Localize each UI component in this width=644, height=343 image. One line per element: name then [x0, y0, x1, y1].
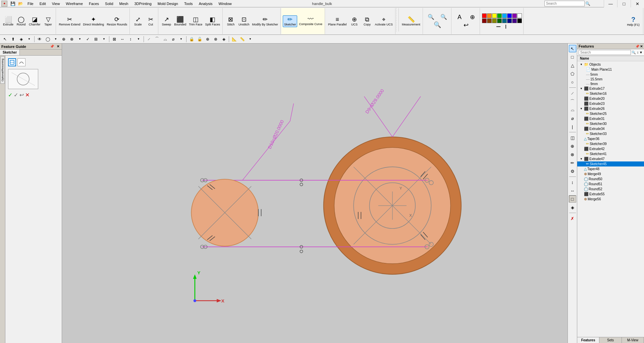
copy-button[interactable]: ⧉ Copy — [361, 16, 373, 27]
tb2-select-btn[interactable]: ↖ — [1, 36, 9, 43]
tb2-more2-btn[interactable]: ⌒ — [153, 36, 161, 43]
rt-horizontal-btn[interactable]: ↔ — [569, 187, 576, 194]
tb2-dropdown4-btn[interactable]: ▼ — [100, 36, 108, 43]
curve-mode-icon[interactable] — [17, 58, 25, 66]
tree-item-extrude31[interactable]: ⬛ Extrude31 — [577, 116, 644, 121]
tb2-lock-btn[interactable]: 🔒 — [188, 36, 195, 43]
plane-parallel-button[interactable]: ≡ Plane Parallel — [327, 16, 348, 27]
help-button[interactable]: ? Help (F1) — [625, 15, 642, 27]
tree-item-sketcher25[interactable]: ✏ Sketcher25 — [577, 111, 644, 116]
menu-file[interactable]: File — [25, 1, 36, 6]
rt-delete-btn[interactable]: ✗ — [569, 215, 576, 222]
rt-divider-btn[interactable]: | — [569, 123, 576, 130]
ucs-button[interactable]: ⊕ UCS — [348, 16, 361, 27]
tree-item-taper36[interactable]: △ Taper36 — [577, 136, 644, 141]
resize-rounds-button[interactable]: ⟳ Resize Rounds — [106, 16, 128, 27]
sketch-mode-icon[interactable] — [8, 58, 16, 66]
tree-item-extrude47[interactable]: ▼ ⬛ Extrude47 — [577, 156, 644, 161]
tb2-more7-btn[interactable]: ◈ — [220, 36, 227, 43]
scale-button[interactable]: ⤢ Scale — [132, 16, 144, 27]
rt-trim-btn[interactable]: ◫ — [569, 134, 576, 141]
resume-button[interactable]: ↩ — [19, 92, 24, 98]
tb2-eye-btn[interactable]: 👁 — [36, 36, 43, 43]
menu-mesh[interactable]: Mesh — [117, 1, 131, 6]
color-swatch-white[interactable] — [517, 13, 522, 18]
extrude17-expand-icon[interactable]: ▼ — [580, 87, 583, 90]
rt-box-btn[interactable]: □ — [569, 195, 576, 203]
close-button[interactable]: ✕ — [631, 0, 644, 7]
tb2-more4-btn[interactable]: ⌀ — [169, 36, 177, 43]
tb2-dropdown6-btn[interactable]: ▼ — [177, 36, 185, 43]
tb2-constraint-btn[interactable]: ⊠ — [111, 36, 118, 43]
tb2-dim2-btn[interactable]: 📏 — [238, 36, 246, 43]
feature-guide-pin-btn[interactable]: 📌 — [49, 44, 55, 49]
fg-tab-sketcher[interactable]: Sketcher — [0, 50, 20, 55]
tree-item-extrude55[interactable]: ⬛ Extrude55 — [577, 192, 644, 197]
tree-item-taper48[interactable]: △ Taper48 — [577, 166, 644, 172]
tb2-dropdown-btn[interactable]: ▼ — [25, 36, 33, 43]
tb2-more1-btn[interactable]: ⟋ — [145, 36, 153, 43]
tb2-unlock-btn[interactable]: 🔓 — [196, 36, 203, 43]
menu-tools[interactable]: Tools — [181, 1, 196, 6]
color-swatch-cyan[interactable] — [502, 13, 507, 18]
stitch-button[interactable]: ⊠ Stitch — [225, 16, 237, 27]
bounded-button[interactable]: ⬛ Bounded — [173, 16, 187, 27]
tree-item-sketcher30[interactable]: ✏ Sketcher30 — [577, 121, 644, 126]
menu-edit[interactable]: Edit — [37, 1, 49, 6]
color-swatch-black[interactable] — [517, 18, 522, 23]
tree-item-sketcher33[interactable]: ✏ Sketcher33 — [577, 131, 644, 136]
line-style-button[interactable]: ━━ — [495, 24, 502, 29]
tree-item-merge49[interactable]: ⊕ Merge49 — [577, 172, 644, 177]
composite-curve-button[interactable]: 〰 Composite Curve — [298, 15, 323, 27]
tree-item-sketcher45[interactable]: ✏ Sketcher45 — [577, 161, 644, 166]
features-search-icon[interactable]: 🔍 — [632, 51, 636, 54]
trim-face-button[interactable]: ◫ Trim Face — [188, 16, 203, 27]
measurement-button[interactable]: 📏 Measurement — [401, 16, 421, 27]
rt-vertical-btn[interactable]: ↕ — [569, 179, 576, 186]
menu-analysis[interactable]: Analysis — [196, 1, 215, 6]
menu-wireframe[interactable]: Wireframe — [63, 1, 86, 6]
annotation-button[interactable]: ⊕ — [466, 13, 478, 21]
extrude-button[interactable]: ⬜ Extrude — [2, 16, 14, 27]
direct-modeling-button[interactable]: ✦ Direct Modeling — [82, 16, 105, 27]
extrude26-expand-icon[interactable]: ▼ — [580, 107, 583, 110]
activate-ucs-button[interactable]: ⌖ Activate UCS — [374, 16, 394, 27]
menu-molddesign[interactable]: Mold Design — [155, 1, 181, 6]
quick-open-btn[interactable]: 📂 — [17, 1, 24, 6]
rp-close-btn[interactable]: ✕ — [640, 45, 643, 48]
color-swatch-indigo[interactable] — [512, 18, 517, 23]
unstitch-button[interactable]: ⊡ Unstitch — [237, 16, 251, 27]
undo-button[interactable]: ↩ — [460, 21, 472, 29]
remove-extend-button[interactable]: ✂ Remove Extend — [58, 16, 82, 27]
tree-item-round50[interactable]: ◯ Round50 — [577, 177, 644, 182]
zoom-in-button[interactable]: 🔍 — [425, 14, 437, 20]
color-swatch-green[interactable] — [497, 13, 502, 18]
color-swatch-purple[interactable] — [512, 13, 517, 18]
rt-spline-btn[interactable]: ⌓ — [569, 106, 576, 114]
round-button[interactable]: ◯ Round — [15, 16, 27, 27]
color-swatch-blue[interactable] — [507, 13, 512, 18]
menu-window[interactable]: Window — [216, 1, 234, 6]
tree-item-15mm[interactable]: — 15.5mm — [577, 77, 644, 81]
feature-guide-close-btn[interactable]: ✕ — [56, 44, 60, 49]
menu-solid[interactable]: Solid — [102, 1, 116, 6]
rt-rect-btn[interactable]: □ — [569, 53, 576, 61]
split-faces-button[interactable]: ◧ Split Faces — [204, 16, 221, 27]
rt-point-btn[interactable]: ⌀ — [569, 115, 576, 122]
rt-edit-btn[interactable]: ✏ — [569, 159, 576, 166]
zoom-out-button[interactable]: 🔍 — [438, 14, 450, 20]
tb2-more3-btn[interactable]: ⌓ — [161, 36, 169, 43]
rt-circle-btn[interactable]: ○ — [569, 78, 576, 86]
line-width-button[interactable]: ┃ — [502, 24, 509, 29]
rp-tab-mview[interactable]: M-View — [622, 337, 644, 343]
rp-pin-btn[interactable]: 📌 — [635, 45, 639, 48]
tb2-circle-btn[interactable]: ◯ — [44, 36, 51, 43]
zoom-fit-button[interactable]: 🔍 — [431, 21, 443, 28]
objects-expand-icon[interactable]: ▼ — [580, 63, 583, 66]
tb2-constr3-btn[interactable]: ↕ — [127, 36, 134, 43]
rt-select-btn[interactable]: ↖ — [569, 45, 576, 52]
tree-item-extrude17[interactable]: ▼ ⬛ Extrude17 — [577, 86, 644, 91]
tree-item-extrude20[interactable]: ⬛ Extrude20 — [577, 96, 644, 101]
rt-line-btn[interactable]: ⟋ — [569, 89, 576, 97]
tree-item-main-plane[interactable]: 📄 Main Plane11 — [577, 67, 644, 72]
